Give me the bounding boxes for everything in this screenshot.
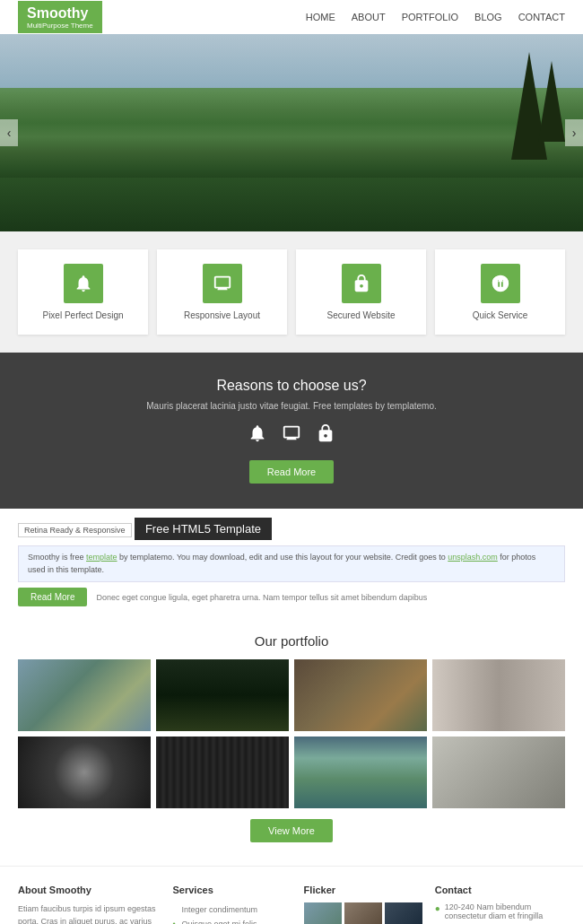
contact-address: ● 120-240 Nam bibendum consectetur diam … bbox=[435, 902, 565, 920]
feature-label-4: Quick Service bbox=[473, 310, 528, 320]
view-more-button[interactable]: View More bbox=[250, 819, 333, 842]
lock-icon bbox=[342, 264, 381, 303]
portfolio-section: Our portfolio View More bbox=[0, 619, 583, 866]
hero-arrow-left[interactable]: ‹ bbox=[0, 119, 18, 146]
feature-label-1: Pixel Perfect Design bbox=[42, 310, 123, 320]
services-list: Integer condimentum •Quisque eget mi fel… bbox=[173, 902, 292, 924]
logo-tagline: MultiPurpose Theme bbox=[27, 22, 93, 31]
service-item-1: Integer condimentum bbox=[173, 902, 292, 917]
why-section: Reasons to choose us? Mauris placerat la… bbox=[0, 353, 583, 509]
footer-contact-heading: Contact bbox=[435, 885, 565, 895]
footer-about-text: Etiam faucibus turpis id ipsum egestas p… bbox=[18, 902, 161, 924]
portfolio-item-2[interactable] bbox=[156, 659, 289, 731]
why-monitor-icon bbox=[282, 423, 301, 448]
header: Smoothy MultiPurpose Theme HOME ABOUT PO… bbox=[0, 0, 583, 34]
features-section: Pixel Perfect Design Responsive Layout S… bbox=[0, 231, 583, 353]
portfolio-item-5[interactable] bbox=[18, 737, 151, 808]
footer-services-heading: Services bbox=[173, 885, 292, 895]
portfolio-item-6[interactable] bbox=[156, 737, 289, 808]
feature-label-2: Responsive Layout bbox=[184, 310, 260, 320]
portfolio-item-7[interactable] bbox=[294, 737, 427, 808]
main-nav: HOME ABOUT PORTFOLIO BLOG CONTACT bbox=[306, 12, 565, 22]
portfolio-item-1[interactable] bbox=[18, 659, 151, 731]
nav-blog[interactable]: BLOG bbox=[474, 12, 502, 22]
template-banner: Retina Ready & Responsive Free HTML5 Tem… bbox=[0, 509, 583, 619]
retina-badge: Retina Ready & Responsive bbox=[18, 523, 132, 537]
portfolio-item-3[interactable] bbox=[294, 659, 427, 731]
footer-flicker: Flicker bbox=[304, 885, 422, 924]
footer-about-heading: About Smoothy bbox=[18, 885, 161, 895]
portfolio-item-4[interactable] bbox=[432, 659, 565, 731]
rocket-icon bbox=[481, 264, 520, 303]
template-title: Free HTML5 Template bbox=[135, 518, 272, 540]
footer-info: About Smoothy Etiam faucibus turpis id i… bbox=[0, 866, 583, 924]
hero-image bbox=[0, 34, 583, 231]
nav-contact[interactable]: CONTACT bbox=[518, 12, 565, 22]
portfolio-grid bbox=[18, 659, 565, 808]
nav-portfolio[interactable]: PORTFOLIO bbox=[402, 12, 458, 22]
portfolio-heading: Our portfolio bbox=[18, 633, 565, 649]
why-bell-icon bbox=[248, 423, 267, 448]
feature-card-2: Responsive Layout bbox=[157, 249, 287, 335]
logo[interactable]: Smoothy MultiPurpose Theme bbox=[18, 1, 102, 34]
template-read-more-button[interactable]: Read More bbox=[18, 588, 87, 606]
why-lock-icon bbox=[316, 423, 335, 448]
why-heading: Reasons to choose us? bbox=[18, 378, 565, 394]
feature-label-3: Secured Website bbox=[327, 310, 396, 320]
why-subtext: Mauris placerat lacinia justo vitae feug… bbox=[18, 401, 565, 411]
hero-arrow-right[interactable]: › bbox=[565, 119, 583, 146]
why-icons bbox=[18, 423, 565, 448]
footer-contact: Contact ● 120-240 Nam bibendum consectet… bbox=[435, 885, 565, 924]
monitor-icon bbox=[203, 264, 242, 303]
footer-flicker-heading: Flicker bbox=[304, 885, 422, 895]
service-item-2: •Quisque eget mi felis bbox=[173, 917, 292, 924]
feature-card-4: Quick Service bbox=[435, 249, 565, 335]
flicker-item-3[interactable] bbox=[385, 902, 422, 924]
bell-icon bbox=[64, 264, 103, 303]
footer-about: About Smoothy Etiam faucibus turpis id i… bbox=[18, 885, 161, 924]
flicker-item-2[interactable] bbox=[344, 902, 382, 924]
location-icon: ● bbox=[435, 903, 440, 913]
contact-address-text: 120-240 Nam bibendum consectetur diam et… bbox=[445, 902, 565, 920]
feature-card-1: Pixel Perfect Design bbox=[18, 249, 148, 335]
template-description: Smoothy is free template by templatemo. … bbox=[18, 545, 565, 582]
template-action-row: Read More Donec eget congue ligula, eget… bbox=[18, 588, 565, 606]
logo-name: Smoothy bbox=[27, 5, 88, 21]
portfolio-item-8[interactable] bbox=[432, 737, 565, 808]
nav-home[interactable]: HOME bbox=[306, 12, 335, 22]
footer-services: Services Integer condimentum •Quisque eg… bbox=[173, 885, 292, 924]
feature-card-3: Secured Website bbox=[296, 249, 426, 335]
hero-section: ‹ › bbox=[0, 34, 583, 231]
read-more-button[interactable]: Read More bbox=[249, 460, 334, 484]
flicker-item-1[interactable] bbox=[304, 902, 342, 924]
template-desc-text: Donec eget congue ligula, eget pharetra … bbox=[96, 593, 427, 602]
nav-about[interactable]: ABOUT bbox=[352, 12, 386, 22]
view-more-wrap: View More bbox=[18, 819, 565, 842]
flicker-grid bbox=[304, 902, 422, 924]
